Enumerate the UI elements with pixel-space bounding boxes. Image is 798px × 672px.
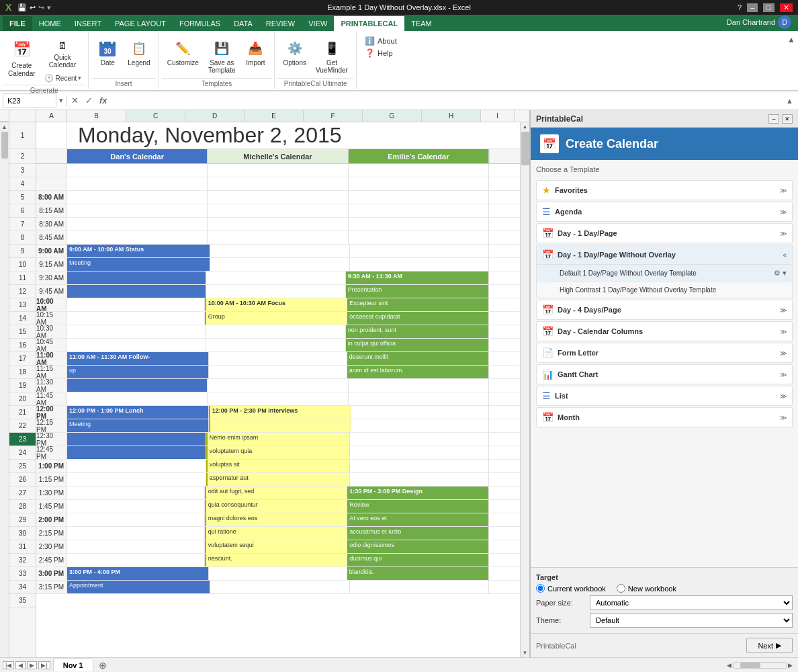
day1page-nooverlay-header[interactable]: 📅 Day - 1 Day/Page Without Overlay «	[537, 245, 792, 264]
minimize-btn[interactable]: –	[747, 3, 758, 12]
legend-btn[interactable]: 📋 Legend	[124, 35, 154, 78]
tab-home[interactable]: HOME	[32, 16, 68, 31]
tab-page-layout[interactable]: PAGE LAYOUT	[108, 16, 173, 31]
row-21[interactable]: 21	[9, 406, 36, 419]
row-1[interactable]: 1	[9, 122, 36, 149]
close-btn[interactable]: ✕	[780, 3, 793, 12]
import-btn[interactable]: 📥 Import	[240, 35, 270, 78]
scroll-thumb-v[interactable]	[521, 132, 529, 165]
row-2[interactable]: 2	[9, 149, 36, 164]
row-34[interactable]: 34	[9, 581, 36, 594]
subitem-default-gear[interactable]: ⚙ ▾	[774, 269, 787, 278]
row-31[interactable]: 31	[9, 540, 36, 554]
row-33[interactable]: 33	[9, 567, 36, 581]
create-calendar-btn[interactable]: 📅 CreateCalendar	[4, 35, 40, 81]
row-20[interactable]: 20	[9, 392, 36, 406]
col-header-B[interactable]: B	[67, 110, 126, 122]
subitem-default[interactable]: Default 1 Day/Page Without Overlay Templ…	[537, 265, 792, 282]
row-3[interactable]: 3	[9, 164, 36, 177]
row-28[interactable]: 28	[9, 500, 36, 513]
customize-btn[interactable]: ✏️ Customize	[163, 35, 203, 78]
get-vueminder-btn[interactable]: 📱 GetVueMinder	[312, 35, 352, 78]
row-17[interactable]: 17	[9, 352, 36, 366]
template-item-gantt[interactable]: 📊 Gantt Chart ≫	[536, 364, 793, 384]
row-10[interactable]: 10	[9, 258, 36, 271]
hscroll-left[interactable]: ◀	[727, 662, 732, 669]
theme-select[interactable]: Default	[590, 613, 793, 628]
row-12[interactable]: 12	[9, 285, 36, 298]
formula-input[interactable]	[112, 93, 782, 108]
template-item-day4page[interactable]: 📅 Day - 4 Days/Page ≫	[536, 300, 793, 320]
paper-size-select[interactable]: Automatic	[590, 595, 793, 610]
horizontal-scrollbar[interactable]: ◀ ▶	[727, 662, 793, 669]
next-button[interactable]: Next ▶	[746, 638, 793, 653]
template-item-day1page[interactable]: 📅 Day - 1 Day/Page ≫	[536, 223, 793, 243]
scroll-up-btn[interactable]: ▲	[1, 124, 7, 130]
add-sheet-btn[interactable]: ⊕	[93, 659, 112, 672]
vertical-scrollbar[interactable]: ▲ ▼	[520, 122, 529, 657]
row-18[interactable]: 18	[9, 366, 36, 379]
subitem-highcontrast[interactable]: High Contrast 1 Day/Page Without Overlay…	[537, 282, 792, 298]
row-4[interactable]: 4	[9, 177, 36, 191]
tab-team[interactable]: TEAM	[404, 16, 439, 31]
help-btn[interactable]: ❓ Help	[362, 47, 400, 59]
maximize-btn[interactable]: □	[763, 3, 774, 12]
quick-access-undo[interactable]: ↩	[30, 3, 36, 12]
tab-insert[interactable]: INSERT	[68, 16, 108, 31]
scroll-up-arrow[interactable]: ▲	[521, 122, 529, 131]
hscroll-right[interactable]: ▶	[788, 662, 793, 669]
template-item-cal-cols[interactable]: 📅 Day - Calendar Columns ≫	[536, 321, 793, 341]
tab-formulas[interactable]: FORMULAS	[173, 16, 227, 31]
confirm-formula-icon[interactable]: ✓	[83, 95, 95, 106]
row-16[interactable]: 16	[9, 339, 36, 352]
cell-reference-box[interactable]: K23	[3, 93, 56, 108]
collapse-formula-bar-icon[interactable]: ▲	[784, 97, 795, 105]
cancel-formula-icon[interactable]: ✕	[69, 95, 81, 106]
template-item-form-letter[interactable]: 📄 Form Letter ≫	[536, 343, 793, 363]
panel-close-icon[interactable]: ✕	[782, 114, 793, 124]
tab-nav-next[interactable]: ▶	[27, 661, 37, 669]
scroll-thumb-vertical[interactable]	[1, 132, 8, 159]
row-30[interactable]: 30	[9, 527, 36, 540]
row-19[interactable]: 19	[9, 379, 36, 392]
row-26[interactable]: 26	[9, 473, 36, 487]
tab-review[interactable]: REVIEW	[259, 16, 302, 31]
col-header-G[interactable]: G	[363, 110, 422, 122]
row-15[interactable]: 15	[9, 325, 36, 339]
row-6[interactable]: 6	[9, 204, 36, 218]
row-13[interactable]: 13	[9, 298, 36, 312]
tab-file[interactable]: FILE	[3, 16, 32, 31]
tab-printablecal[interactable]: PRINTABLECAL	[334, 16, 404, 31]
collapse-ribbon-btn[interactable]: ▲	[785, 32, 798, 47]
row-11[interactable]: 11	[9, 271, 36, 285]
quick-calendar-btn[interactable]: 🗓 QuickCalendar	[41, 36, 85, 70]
tab-nav-last[interactable]: ▶|	[38, 661, 50, 669]
col-header-F[interactable]: F	[304, 110, 363, 122]
col-header-I[interactable]: I	[481, 110, 515, 122]
about-btn[interactable]: ℹ️ About	[362, 35, 400, 47]
template-item-month[interactable]: 📅 Month ≫	[536, 407, 793, 427]
row-5[interactable]: 5	[9, 191, 36, 204]
col-header-D[interactable]: D	[185, 110, 245, 122]
window-controls[interactable]: ? – □ ✕	[738, 3, 793, 12]
col-header-A[interactable]: A	[36, 110, 67, 122]
panel-minimize-icon[interactable]: –	[768, 114, 779, 124]
new-workbook-radio[interactable]: New workbook	[617, 584, 676, 593]
col-header-H[interactable]: H	[422, 110, 481, 122]
row-29[interactable]: 29	[9, 513, 36, 527]
tab-data[interactable]: DATA	[227, 16, 259, 31]
col-header-E[interactable]: E	[245, 110, 304, 122]
template-item-favorites[interactable]: ★ Favorites ≫	[536, 180, 793, 200]
help-icon[interactable]: ?	[738, 3, 742, 12]
recent-btn[interactable]: 🕐 Recent ▾	[41, 71, 85, 85]
insert-function-icon[interactable]: fx	[97, 95, 109, 106]
row-14[interactable]: 14	[9, 312, 36, 325]
row-27[interactable]: 27	[9, 487, 36, 500]
row-8[interactable]: 8	[9, 231, 36, 245]
row-24[interactable]: 24	[9, 446, 36, 460]
template-item-list[interactable]: ☰ List ≫	[536, 386, 793, 406]
template-item-agenda[interactable]: ☰ Agenda ≫	[536, 202, 793, 222]
row-7[interactable]: 7	[9, 218, 36, 231]
row-35[interactable]: 35	[9, 594, 36, 607]
row-25[interactable]: 25	[9, 460, 36, 473]
